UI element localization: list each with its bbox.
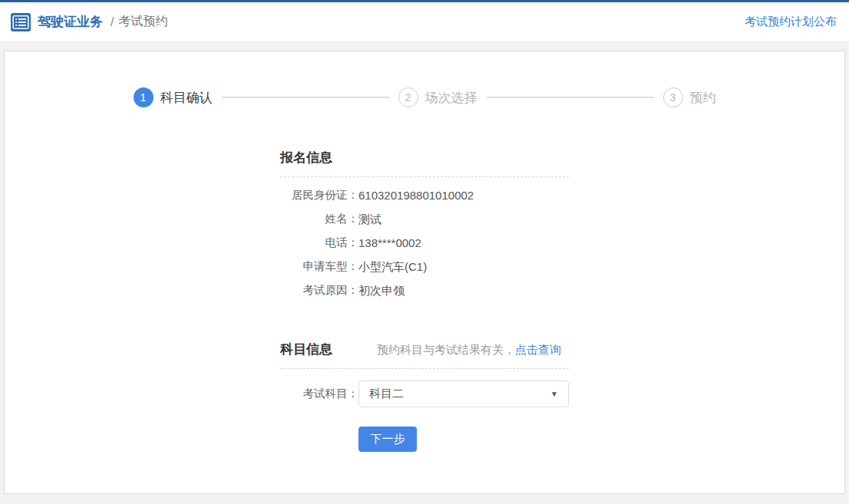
step-1-label: 科目确认 (160, 89, 213, 107)
exam-reason-value: 初次申领 (358, 285, 405, 296)
main-panel: 1 科目确认 2 场次选择 3 预约 报名信息 居民身份证： 610320198… (4, 51, 845, 494)
stepper-connector (222, 97, 389, 98)
field-label: 居民身份证： (280, 189, 358, 201)
breadcrumb: 驾驶证业务 / 考试预约 (11, 13, 167, 31)
header-bar: 驾驶证业务 / 考试预约 考试预约计划公布 (0, 2, 849, 42)
step-2-badge: 2 (398, 87, 418, 107)
field-label: 姓名： (280, 213, 358, 225)
id-number-value: 610320198801010002 (358, 189, 474, 201)
field-row-name: 姓名： 测试 (280, 213, 569, 225)
field-row-phone: 电话： 138****0002 (280, 237, 569, 249)
subject-section-header: 科目信息 预约科目与考试结果有关，点击查询 (280, 341, 569, 369)
stepper-step-subject-confirm: 1 科目确认 (134, 87, 213, 107)
stepper-step-session-select: 2 场次选择 (398, 87, 477, 107)
exam-plan-link[interactable]: 考试预约计划公布 (745, 15, 837, 29)
next-step-button[interactable]: 下一步 (358, 427, 417, 452)
registration-section-header: 报名信息 (280, 149, 569, 177)
subject-title: 科目信息 (280, 341, 332, 358)
field-label: 申请车型： (280, 261, 358, 272)
step-3-label: 预约 (690, 89, 716, 107)
phone-value: 138****0002 (358, 237, 421, 249)
field-label: 电话： (280, 237, 358, 249)
list-form-icon (11, 13, 31, 31)
stepper-step-appointment: 3 预约 (663, 87, 716, 107)
registration-title: 报名信息 (280, 149, 332, 166)
dropdown-arrow-icon: ▼ (550, 390, 558, 398)
field-label: 考试原因： (280, 285, 358, 296)
name-value: 测试 (358, 213, 382, 225)
vehicle-type-value: 小型汽车(C1) (358, 261, 427, 272)
exam-subject-field: 考试科目： 科目二 ▼ (280, 380, 569, 407)
exam-subject-select[interactable]: 科目二 ▼ (358, 380, 569, 407)
exam-subject-label: 考试科目： (280, 387, 358, 401)
query-results-link[interactable]: 点击查询 (515, 343, 561, 356)
step-1-badge: 1 (134, 87, 154, 107)
button-row: 下一步 (280, 427, 569, 452)
subject-note: 预约科目与考试结果有关，点击查询 (377, 343, 561, 357)
step-3-badge: 3 (663, 87, 683, 107)
subject-section: 科目信息 预约科目与考试结果有关，点击查询 考试科目： 科目二 ▼ 下一步 (280, 341, 569, 452)
breadcrumb-current-page: 考试预约 (118, 14, 167, 30)
wizard-stepper: 1 科目确认 2 场次选择 3 预约 (5, 51, 844, 107)
step-2-label: 场次选择 (425, 89, 477, 107)
subject-note-text: 预约科目与考试结果有关， (377, 343, 515, 356)
selected-subject: 科目二 (369, 387, 404, 401)
stepper-connector (487, 97, 654, 98)
brand-link[interactable]: 驾驶证业务 (38, 13, 103, 31)
form-column: 报名信息 居民身份证： 610320198801010002 姓名： 测试 电话… (280, 149, 569, 452)
breadcrumb-separator: / (111, 15, 114, 29)
field-row-exam-reason: 考试原因： 初次申领 (280, 285, 569, 296)
field-row-id-number: 居民身份证： 610320198801010002 (280, 189, 569, 201)
field-row-vehicle-type: 申请车型： 小型汽车(C1) (280, 261, 569, 272)
